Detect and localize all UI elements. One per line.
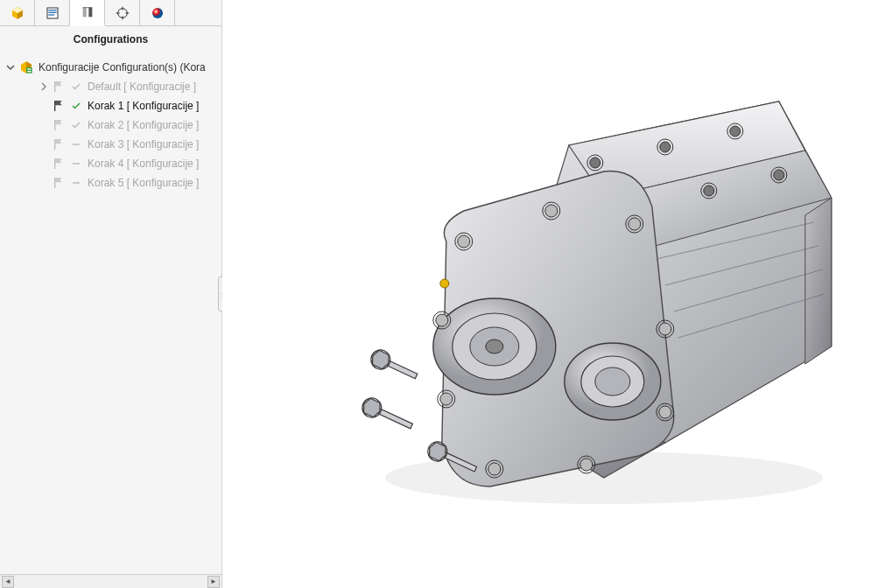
svg-point-20 <box>773 170 783 180</box>
config-root-icon <box>19 60 33 74</box>
appearance-sphere-icon <box>151 6 165 20</box>
configurations-icon <box>81 5 95 19</box>
tree-item-korak4[interactable]: Korak 4 [ Konfiguracije ] <box>5 154 221 173</box>
svg-point-28 <box>594 368 629 396</box>
svg-marker-49 <box>369 349 391 371</box>
svg-point-39 <box>579 458 592 471</box>
panel-title: Configurations <box>0 26 221 54</box>
svg-rect-7 <box>27 68 31 69</box>
svg-rect-1 <box>48 10 56 10</box>
collapse-icon[interactable] <box>5 62 16 73</box>
svg-point-5 <box>152 8 163 18</box>
tree-item-label: Korak 2 [ Konfiguracije ] <box>86 119 199 131</box>
dash-icon <box>70 177 82 189</box>
configuration-tree[interactable]: Konfiguracije Configuration(s) (Kora Def… <box>0 54 221 574</box>
tree-root-label: Konfiguracije Configuration(s) (Kora <box>37 61 206 74</box>
svg-point-10 <box>589 158 600 168</box>
config-flag-icon <box>53 176 67 190</box>
config-flag-icon <box>53 157 67 171</box>
svg-point-45 <box>435 314 447 326</box>
crosshair-icon <box>116 6 130 20</box>
svg-rect-2 <box>48 12 56 13</box>
expand-icon[interactable] <box>39 81 49 92</box>
svg-point-29 <box>457 235 469 248</box>
svg-point-25 <box>485 340 502 354</box>
tab-property[interactable] <box>35 0 70 26</box>
svg-point-18 <box>703 186 713 196</box>
check-icon <box>70 80 82 93</box>
svg-point-31 <box>544 205 557 217</box>
config-flag-icon <box>53 137 67 151</box>
tree-item-label: Korak 3 [ Konfiguracije ] <box>86 138 199 150</box>
tab-configurations[interactable] <box>70 0 105 26</box>
svg-point-14 <box>729 126 740 136</box>
dash-icon <box>70 138 82 150</box>
horizontal-scrollbar[interactable]: ◄ ► <box>0 574 221 588</box>
config-flag-icon <box>53 118 67 132</box>
tree-item-label: Default [ Konfiguracije ] <box>86 80 196 93</box>
scroll-right-icon[interactable]: ► <box>207 576 220 588</box>
tree-item-korak2[interactable]: Korak 2 [ Konfiguracije ] <box>5 116 221 135</box>
svg-rect-6 <box>26 67 32 74</box>
svg-point-43 <box>439 393 452 405</box>
svg-point-12 <box>659 142 670 152</box>
tab-assembly[interactable] <box>0 0 35 26</box>
svg-point-33 <box>628 218 640 230</box>
config-flag-icon <box>53 99 67 113</box>
tree-item-korak1[interactable]: Korak 1 [ Konfiguracije ] <box>5 96 221 116</box>
sidebar-tabstrip <box>0 0 221 26</box>
svg-point-47 <box>439 279 448 288</box>
tree-item-label: Korak 5 [ Konfiguracije ] <box>86 177 199 189</box>
3d-viewport[interactable] <box>222 0 892 588</box>
svg-point-35 <box>658 323 671 335</box>
config-flag-icon <box>53 80 67 94</box>
tree-item-korak5[interactable]: Korak 5 [ Konfiguracije ] <box>5 173 221 192</box>
svg-marker-52 <box>360 397 383 419</box>
scroll-left-icon[interactable]: ◄ <box>2 576 14 588</box>
tree-item-label: Korak 4 [ Konfiguracije ] <box>86 158 199 170</box>
check-icon <box>70 100 82 112</box>
cad-model[interactable] <box>288 66 848 522</box>
property-sheet-icon <box>46 6 60 20</box>
configuration-sidebar: Configurations Konfiguracije Configurati… <box>0 0 222 588</box>
tab-dimxpert[interactable] <box>105 0 140 26</box>
svg-rect-3 <box>48 14 54 15</box>
tab-appearance[interactable] <box>140 0 175 26</box>
check-icon <box>70 119 82 131</box>
svg-point-37 <box>658 406 671 418</box>
dash-icon <box>70 158 82 170</box>
svg-point-41 <box>488 463 500 475</box>
svg-rect-8 <box>27 71 31 72</box>
tree-item-korak3[interactable]: Korak 3 [ Konfiguracije ] <box>5 135 221 154</box>
tree-root[interactable]: Konfiguracije Configuration(s) (Kora <box>5 58 221 77</box>
app-root: Configurations Konfiguracije Configurati… <box>0 0 892 588</box>
tree-item-label: Korak 1 [ Konfiguracije ] <box>86 100 199 112</box>
cube-icon <box>11 6 25 20</box>
tree-item-default[interactable]: Default [ Konfiguracije ] <box>5 77 221 96</box>
